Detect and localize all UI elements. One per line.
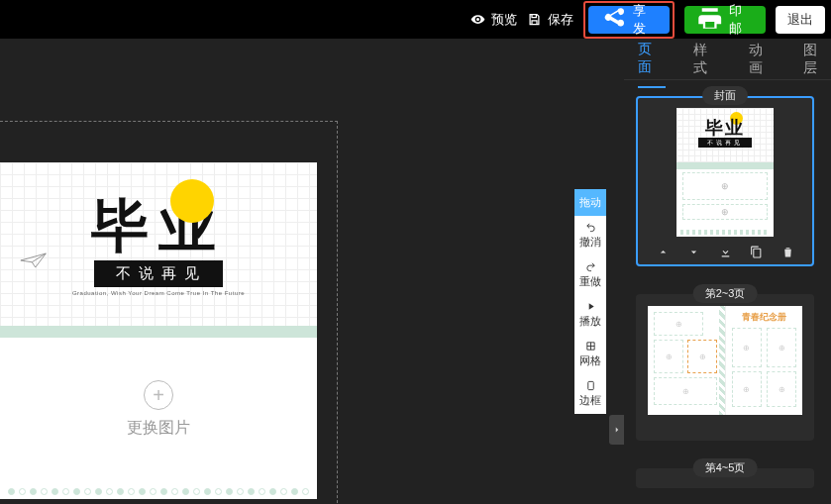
canvas-tool-strip: 拖动 撤消 重做 播放 网格 边框 — [574, 189, 606, 414]
canvas-area: 毕业 不说再见 Graduation, Wish Your Dream Come… — [0, 39, 624, 504]
thumb-move-down[interactable] — [687, 246, 700, 258]
grid-label: 网格 — [579, 353, 601, 368]
thumb-copy[interactable] — [750, 246, 763, 258]
frame-label: 边框 — [579, 393, 601, 408]
thumb-spread-title: 青春纪念册 — [726, 311, 803, 324]
share-icon — [600, 6, 627, 33]
page-thumb-4-5[interactable]: 第4~5页 — [636, 468, 814, 488]
exit-label: 退出 — [787, 11, 813, 29]
title-big: 毕业 — [91, 197, 226, 254]
page-dots-border — [8, 485, 309, 497]
thumb-download[interactable] — [719, 246, 732, 258]
panel-tabs: 页面 样式 动画 图层 — [624, 39, 831, 80]
replace-image-label: 更换图片 — [127, 418, 190, 439]
undo-icon — [585, 222, 596, 233]
thumb-toolbar — [638, 246, 812, 258]
svg-rect-0 — [587, 381, 593, 389]
title-subtitle: Graduation, Wish Your Dream Come True In… — [72, 290, 245, 296]
copy-icon — [750, 246, 763, 258]
play-tool[interactable]: 播放 — [574, 295, 606, 335]
plus-circle-icon: + — [144, 380, 173, 410]
redo-tool[interactable]: 重做 — [574, 255, 606, 295]
divider-band — [0, 326, 317, 338]
undo-label: 撤消 — [579, 235, 601, 250]
drag-label: 拖动 — [579, 195, 601, 210]
grid-tool[interactable]: 网格 — [574, 335, 606, 374]
pages-list[interactable]: 封面 毕业 不说再见 ⊕ ⊕ 第2~3页 — [624, 80, 831, 504]
top-toolbar: 预览 保存 分享发布 冲印邮寄 退出 — [0, 0, 831, 39]
frame-tool[interactable]: 边框 — [574, 374, 606, 414]
print-mail-button[interactable]: 冲印邮寄 — [684, 6, 766, 34]
replace-image-area[interactable]: + 更换图片 — [0, 338, 317, 481]
preview-button[interactable]: 预览 — [470, 11, 517, 29]
thumb-label: 第4~5页 — [693, 458, 758, 477]
thumb-move-up[interactable] — [657, 246, 670, 258]
play-icon — [585, 301, 596, 312]
thumb-preview: 毕业 不说再见 ⊕ ⊕ — [676, 108, 774, 237]
title-artwork: 毕业 不说再见 Graduation, Wish Your Dream Come… — [0, 197, 317, 296]
trash-icon — [781, 246, 794, 258]
thumb-preview: ⊕ ⊕ ⊕ ⊕ 青春纪念册 ⊕ ⊕ ⊕ ⊕ — [648, 306, 802, 415]
save-label: 保存 — [548, 11, 573, 29]
chevron-up-icon — [657, 246, 670, 258]
page-thumb-2-3[interactable]: 第2~3页 ⊕ ⊕ ⊕ ⊕ 青春纪念册 ⊕ ⊕ ⊕ ⊕ — [636, 294, 814, 441]
save-icon — [527, 12, 542, 27]
preview-label: 预览 — [491, 11, 517, 29]
share-publish-button[interactable]: 分享发布 — [588, 6, 670, 34]
chevron-right-icon — [612, 425, 622, 435]
redo-icon — [585, 261, 596, 272]
redo-label: 重做 — [579, 274, 601, 289]
thumb-delete[interactable] — [781, 246, 794, 258]
page-bounds: 毕业 不说再见 Graduation, Wish Your Dream Come… — [0, 121, 342, 504]
save-button[interactable]: 保存 — [527, 11, 573, 29]
exit-button[interactable]: 退出 — [776, 6, 825, 34]
eye-icon — [470, 12, 485, 27]
thumb-title: 毕业 — [676, 116, 774, 140]
grid-icon — [585, 341, 596, 352]
panel-collapse-handle[interactable] — [609, 415, 624, 445]
download-icon — [719, 246, 732, 258]
undo-tool[interactable]: 撤消 — [574, 216, 606, 255]
thumb-label: 第2~3页 — [693, 284, 758, 303]
title-ribbon: 不说再见 — [94, 260, 223, 287]
drag-tool[interactable]: 拖动 — [574, 189, 606, 216]
sun-circle-icon — [170, 179, 214, 223]
printer-icon — [696, 6, 723, 33]
share-highlight: 分享发布 — [583, 1, 675, 39]
page-thumb-cover[interactable]: 封面 毕业 不说再见 ⊕ ⊕ — [636, 96, 814, 266]
frame-icon — [585, 380, 596, 391]
play-label: 播放 — [579, 314, 601, 329]
thumb-ribbon: 不说再见 — [698, 138, 752, 148]
right-panel: 页面 样式 动画 图层 封面 毕业 不说再见 ⊕ ⊕ — [624, 39, 831, 504]
chevron-down-icon — [687, 246, 700, 258]
page-cover[interactable]: 毕业 不说再见 Graduation, Wish Your Dream Come… — [0, 162, 317, 499]
thumb-label: 封面 — [702, 86, 748, 105]
